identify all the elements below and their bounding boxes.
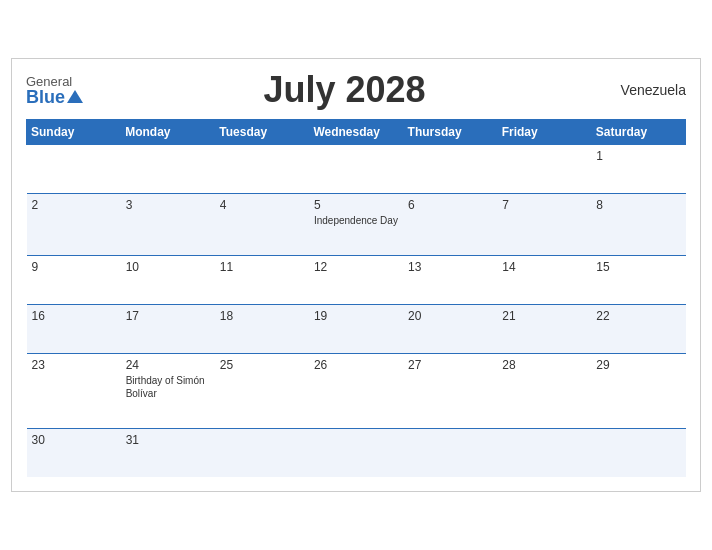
day-number: 13 xyxy=(408,260,492,274)
calendar-cell xyxy=(403,429,497,478)
calendar-cell xyxy=(403,145,497,194)
calendar-week-row: 2324Birthday of Simón Bolívar2526272829 xyxy=(27,354,686,429)
calendar-cell: 7 xyxy=(497,194,591,256)
holiday-label: Independence Day xyxy=(314,214,398,227)
col-header-monday: Monday xyxy=(121,120,215,145)
calendar-cell xyxy=(215,145,309,194)
day-number: 15 xyxy=(596,260,680,274)
calendar-container: General Blue July 2028 Venezuela SundayM… xyxy=(11,58,701,492)
calendar-week-row: 2345Independence Day678 xyxy=(27,194,686,256)
day-number: 5 xyxy=(314,198,398,212)
day-number: 11 xyxy=(220,260,304,274)
calendar-grid: SundayMondayTuesdayWednesdayThursdayFrid… xyxy=(26,119,686,477)
calendar-cell: 13 xyxy=(403,256,497,305)
calendar-cell: 25 xyxy=(215,354,309,429)
calendar-header-row: SundayMondayTuesdayWednesdayThursdayFrid… xyxy=(27,120,686,145)
calendar-cell: 22 xyxy=(591,305,685,354)
calendar-cell: 6 xyxy=(403,194,497,256)
calendar-cell: 18 xyxy=(215,305,309,354)
col-header-thursday: Thursday xyxy=(403,120,497,145)
day-number: 22 xyxy=(596,309,680,323)
day-number: 29 xyxy=(596,358,680,372)
calendar-cell: 10 xyxy=(121,256,215,305)
calendar-cell: 20 xyxy=(403,305,497,354)
calendar-cell xyxy=(121,145,215,194)
holiday-label: Birthday of Simón Bolívar xyxy=(126,374,210,400)
calendar-cell xyxy=(215,429,309,478)
calendar-cell xyxy=(27,145,121,194)
calendar-header: General Blue July 2028 Venezuela xyxy=(26,69,686,111)
calendar-week-row: 16171819202122 xyxy=(27,305,686,354)
day-number: 31 xyxy=(126,433,210,447)
calendar-cell: 11 xyxy=(215,256,309,305)
calendar-cell: 17 xyxy=(121,305,215,354)
day-number: 6 xyxy=(408,198,492,212)
calendar-cell: 29 xyxy=(591,354,685,429)
calendar-cell xyxy=(309,145,403,194)
calendar-cell: 30 xyxy=(27,429,121,478)
calendar-cell: 16 xyxy=(27,305,121,354)
day-number: 2 xyxy=(32,198,116,212)
calendar-title: July 2028 xyxy=(83,69,606,111)
calendar-cell: 8 xyxy=(591,194,685,256)
calendar-cell: 26 xyxy=(309,354,403,429)
calendar-week-row: 9101112131415 xyxy=(27,256,686,305)
col-header-friday: Friday xyxy=(497,120,591,145)
logo-triangle-icon xyxy=(67,90,83,103)
day-number: 26 xyxy=(314,358,398,372)
day-number: 20 xyxy=(408,309,492,323)
day-number: 16 xyxy=(32,309,116,323)
day-number: 10 xyxy=(126,260,210,274)
calendar-cell: 3 xyxy=(121,194,215,256)
calendar-cell xyxy=(309,429,403,478)
calendar-cell: 23 xyxy=(27,354,121,429)
calendar-cell: 28 xyxy=(497,354,591,429)
calendar-cell xyxy=(497,429,591,478)
col-header-saturday: Saturday xyxy=(591,120,685,145)
calendar-cell: 21 xyxy=(497,305,591,354)
day-number: 4 xyxy=(220,198,304,212)
day-number: 3 xyxy=(126,198,210,212)
calendar-cell: 1 xyxy=(591,145,685,194)
day-number: 18 xyxy=(220,309,304,323)
day-number: 9 xyxy=(32,260,116,274)
col-header-tuesday: Tuesday xyxy=(215,120,309,145)
day-number: 27 xyxy=(408,358,492,372)
day-number: 8 xyxy=(596,198,680,212)
calendar-cell: 24Birthday of Simón Bolívar xyxy=(121,354,215,429)
calendar-cell: 19 xyxy=(309,305,403,354)
calendar-cell: 14 xyxy=(497,256,591,305)
day-number: 25 xyxy=(220,358,304,372)
day-number: 28 xyxy=(502,358,586,372)
calendar-cell: 2 xyxy=(27,194,121,256)
calendar-week-row: 3031 xyxy=(27,429,686,478)
calendar-country: Venezuela xyxy=(606,82,686,98)
logo-general-text: General xyxy=(26,75,83,88)
calendar-cell: 4 xyxy=(215,194,309,256)
day-number: 19 xyxy=(314,309,398,323)
logo: General Blue xyxy=(26,75,83,106)
day-number: 21 xyxy=(502,309,586,323)
day-number: 30 xyxy=(32,433,116,447)
calendar-cell xyxy=(591,429,685,478)
calendar-cell: 12 xyxy=(309,256,403,305)
calendar-cell: 27 xyxy=(403,354,497,429)
day-number: 7 xyxy=(502,198,586,212)
day-number: 24 xyxy=(126,358,210,372)
day-number: 17 xyxy=(126,309,210,323)
calendar-week-row: 1 xyxy=(27,145,686,194)
logo-blue-text: Blue xyxy=(26,88,83,106)
day-number: 1 xyxy=(596,149,680,163)
calendar-cell: 5Independence Day xyxy=(309,194,403,256)
calendar-cell: 9 xyxy=(27,256,121,305)
day-number: 12 xyxy=(314,260,398,274)
col-header-wednesday: Wednesday xyxy=(309,120,403,145)
calendar-cell: 31 xyxy=(121,429,215,478)
col-header-sunday: Sunday xyxy=(27,120,121,145)
calendar-cell: 15 xyxy=(591,256,685,305)
day-number: 14 xyxy=(502,260,586,274)
calendar-cell xyxy=(497,145,591,194)
day-number: 23 xyxy=(32,358,116,372)
